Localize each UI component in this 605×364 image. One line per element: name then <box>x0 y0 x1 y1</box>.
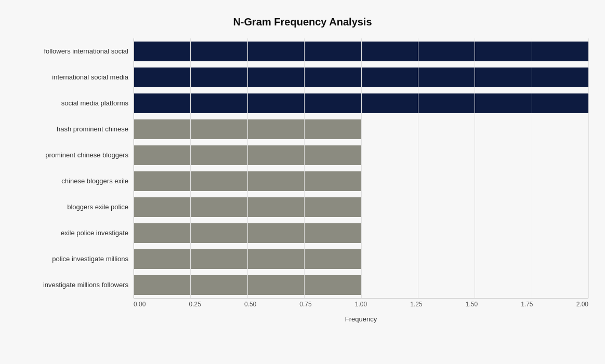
x-tick-label: 2.00 <box>576 301 588 308</box>
chart-title: N-Gram Frequency Analysis <box>17 16 588 28</box>
x-axis-label: Frequency <box>345 315 377 323</box>
bar-row <box>134 142 588 168</box>
bar-row <box>134 90 588 116</box>
x-tick-label: 0.25 <box>189 301 201 308</box>
bar-dark <box>134 42 588 61</box>
bar-gray <box>134 145 361 165</box>
y-label: bloggers exile police <box>17 194 128 220</box>
x-tick-label: 0.75 <box>299 301 311 308</box>
x-tick-label: 0.50 <box>244 301 256 308</box>
bar-row <box>134 220 588 246</box>
bar-row <box>134 168 588 194</box>
bar-dark <box>134 68 588 87</box>
y-label: hash prominent chinese <box>17 116 128 142</box>
bar-gray <box>134 223 361 243</box>
y-label: prominent chinese bloggers <box>17 142 128 168</box>
x-tick-label: 1.00 <box>355 301 367 308</box>
bar-dark <box>134 93 588 113</box>
bar-row <box>134 64 588 90</box>
bar-gray <box>134 119 361 139</box>
bar-row <box>134 116 588 142</box>
x-tick-label: 1.50 <box>466 301 478 308</box>
x-tick-label: 0.00 <box>134 301 146 308</box>
bar-row <box>134 272 588 298</box>
chart-container: N-Gram Frequency Analysis followers inte… <box>6 6 599 359</box>
bar-gray <box>134 275 361 295</box>
x-tick-label: 1.25 <box>410 301 422 308</box>
bar-gray <box>134 197 361 217</box>
bar-row <box>134 194 588 220</box>
y-label: police investigate millions <box>17 246 128 272</box>
y-label: chinese bloggers exile <box>17 168 128 194</box>
bar-row <box>134 38 588 64</box>
y-label: investigate millions followers <box>17 272 128 298</box>
grid-line <box>588 38 589 298</box>
y-label: followers international social <box>17 38 128 64</box>
bar-gray <box>134 249 361 269</box>
y-label: exile police investigate <box>17 220 128 246</box>
x-ticks: 0.000.250.500.751.001.251.501.752.00 <box>134 301 588 308</box>
x-tick-label: 1.75 <box>521 301 533 308</box>
y-label: international social media <box>17 64 128 90</box>
x-axis-line <box>134 298 588 299</box>
bar-row <box>134 246 588 272</box>
bar-gray <box>134 171 361 191</box>
y-label: social media platforms <box>17 90 128 116</box>
